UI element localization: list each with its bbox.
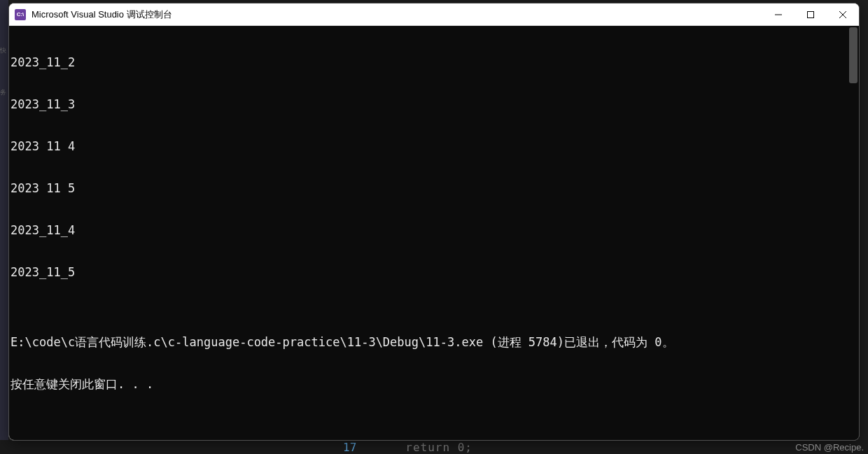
console-window: C:\ Microsoft Visual Studio 调试控制台 2023_1… bbox=[8, 3, 860, 441]
editor-line-number: 17 bbox=[343, 441, 356, 454]
console-line: 按任意键关闭此窗口. . . bbox=[10, 377, 859, 391]
editor-backdrop-left: 快 务 bbox=[0, 0, 8, 454]
svg-rect-1 bbox=[808, 12, 814, 18]
console-line: 2023_11_4 bbox=[10, 223, 859, 237]
window-title: Microsoft Visual Studio 调试控制台 bbox=[31, 8, 762, 21]
console-line: E:\code\c语言代码训练.c\c-language-code-practi… bbox=[10, 335, 859, 349]
console-line: 2023_11_2 bbox=[10, 55, 859, 69]
window-controls bbox=[762, 3, 859, 25]
console-line: 2023_11_5 bbox=[10, 265, 859, 279]
console-line: 2023 11 4 bbox=[10, 139, 859, 153]
close-button[interactable] bbox=[827, 3, 859, 26]
titlebar[interactable]: C:\ Microsoft Visual Studio 调试控制台 bbox=[9, 3, 859, 26]
editor-code-fragment: return 0; bbox=[405, 441, 472, 454]
vertical-scrollbar[interactable] bbox=[848, 26, 859, 440]
app-icon: C:\ bbox=[15, 9, 26, 20]
maximize-button[interactable] bbox=[794, 3, 827, 26]
console-output[interactable]: 2023_11_2 2023_11_3 2023 11 4 2023 11 5 … bbox=[9, 26, 859, 440]
console-line: 2023_11_3 bbox=[10, 97, 859, 111]
scrollbar-thumb[interactable] bbox=[849, 27, 858, 83]
editor-backdrop-bottom: 17 return 0; bbox=[0, 440, 868, 454]
minimize-button[interactable] bbox=[762, 3, 794, 26]
console-line: 2023 11 5 bbox=[10, 181, 859, 195]
